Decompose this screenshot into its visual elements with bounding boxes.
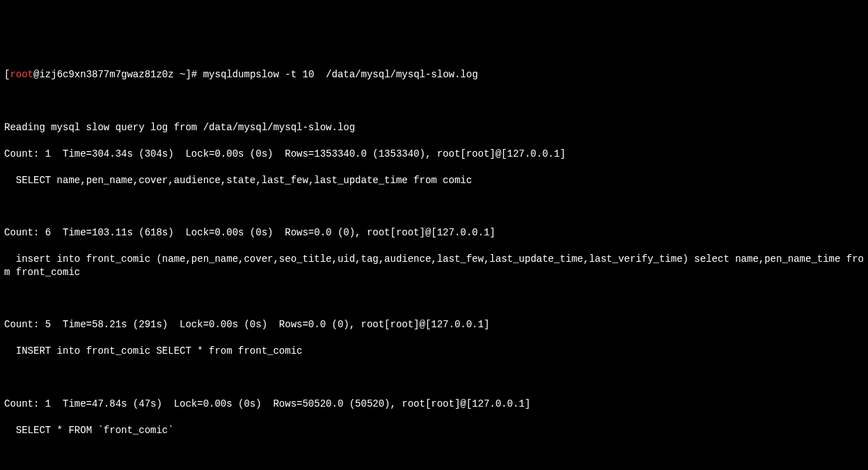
blank-line (4, 95, 864, 108)
entry-stats: Count: 1 Time=47.84s (47s) Lock=0.00s (0… (4, 398, 864, 411)
entry-query: SELECT * FROM `front_comic` (4, 424, 864, 437)
entry-query: insert into front_comic (name,pen_name,c… (4, 253, 864, 279)
reading-line: Reading mysql slow query log from /data/… (4, 121, 864, 134)
entry-query: SELECT name,pen_name,cover,audience,stat… (4, 174, 864, 187)
bracket: ]# (185, 69, 203, 80)
blank-line (4, 450, 864, 463)
prompt-path: ~ (174, 69, 186, 80)
prompt-user: root (10, 69, 33, 80)
entry-stats: Count: 5 Time=58.21s (291s) Lock=0.00s (… (4, 318, 864, 331)
prompt-host: izj6c9xn3877m7gwaz81z0z (39, 69, 173, 80)
blank-line (4, 292, 864, 306)
blank-line (4, 371, 864, 384)
command-text: mysqldumpslow -t 10 /data/mysql/mysql-sl… (203, 69, 478, 80)
entry-stats: Count: 6 Time=103.11s (618s) Lock=0.00s … (4, 226, 864, 240)
blank-line (4, 200, 864, 213)
terminal-output[interactable]: [root@izj6c9xn3877m7gwaz81z0z ~]# mysqld… (4, 56, 864, 470)
prompt-line-1: [root@izj6c9xn3877m7gwaz81z0z ~]# mysqld… (4, 68, 864, 81)
entry-query: INSERT into front_comic SELECT * from fr… (4, 345, 864, 358)
entry-stats: Count: 1 Time=304.34s (304s) Lock=0.00s … (4, 148, 864, 161)
